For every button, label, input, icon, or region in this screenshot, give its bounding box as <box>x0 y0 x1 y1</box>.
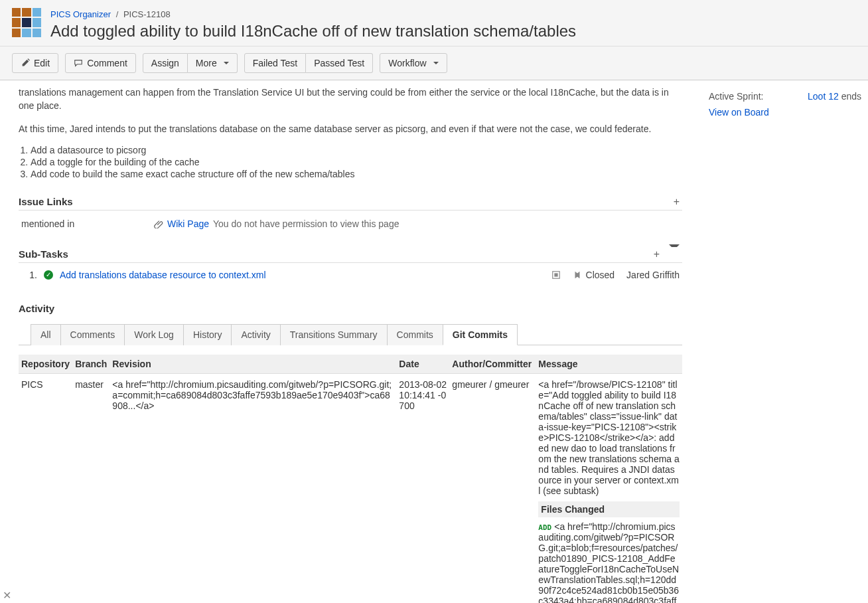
sprint-ends: ends <box>841 91 861 102</box>
close-icon[interactable]: ✕ <box>3 589 11 602</box>
col-date: Date <box>396 355 449 374</box>
col-message: Message <box>536 355 682 374</box>
subtask-assignee: Jared Griffith <box>626 270 680 280</box>
subtasks-header: Sub-Tasks <box>19 248 651 260</box>
view-on-board-link[interactable]: View on Board <box>709 107 769 118</box>
subtasks-module: Sub-Tasks + 1. ✓ Add translations databa… <box>19 248 682 287</box>
tab-activity[interactable]: Activity <box>231 324 280 345</box>
link-type: mentioned in <box>21 218 154 229</box>
description-list-item: Add code to build the same exact cache s… <box>31 169 682 179</box>
tab-commits[interactable]: Commits <box>387 324 443 345</box>
assign-button[interactable]: Assign <box>143 53 188 73</box>
workflow-button[interactable]: Workflow <box>380 53 447 73</box>
subtask-menu-icon[interactable] <box>666 248 682 261</box>
svg-rect-1 <box>554 273 557 276</box>
cell-author: gmeurer / gmeurer <box>449 373 536 603</box>
subtask-type-icon <box>551 270 561 280</box>
comment-button[interactable]: Comment <box>65 53 136 73</box>
description: translations management can happen from … <box>19 86 682 179</box>
commit-message: <a href="/browse/PICS-12108" title="Add … <box>538 379 680 496</box>
attachment-icon <box>154 219 163 228</box>
description-para: translations management can happen from … <box>19 86 682 113</box>
wiki-page-link[interactable]: Wiki Page <box>167 218 209 229</box>
priority-icon <box>573 270 582 280</box>
col-branch: Branch <box>72 355 109 374</box>
chevron-down-icon <box>224 62 229 64</box>
comment-label: Comment <box>87 58 127 68</box>
pencil-icon <box>21 58 30 68</box>
tab-transitions[interactable]: Transitions Summary <box>280 324 388 345</box>
sidebar: Active Sprint: Loot 12 ends View on Boar… <box>702 80 868 603</box>
col-author: Author/Committer <box>449 355 536 374</box>
cell-repo: PICS <box>19 373 72 603</box>
subtask-status: Closed <box>586 270 615 280</box>
commit-row: PICS master <a href="http://chromium.pic… <box>19 373 682 603</box>
git-commits-table: Repository Branch Revision Date Author/C… <box>19 355 682 603</box>
activity-header: Activity <box>19 303 682 314</box>
edit-button[interactable]: Edit <box>12 53 58 73</box>
tab-comments[interactable]: Comments <box>60 324 125 345</box>
issue-links-header: Issue Links <box>19 196 671 207</box>
breadcrumb: PICS Organizer / PICS-12108 <box>50 8 576 19</box>
issue-header: PICS Organizer / PICS-12108 Add toggled … <box>0 0 868 46</box>
failed-test-button[interactable]: Failed Test <box>244 53 306 73</box>
issue-link-row: mentioned in Wiki Page You do not have p… <box>19 211 682 232</box>
activity-tabs: All Comments Work Log History Activity T… <box>19 323 682 345</box>
comment-icon <box>74 58 83 68</box>
subtask-link[interactable]: Add translations database resource to co… <box>60 270 545 280</box>
cell-revision: <a href="http://chromium.picsauditing.co… <box>109 373 396 603</box>
edit-label: Edit <box>34 58 50 68</box>
tab-all[interactable]: All <box>31 324 61 345</box>
chevron-down-icon <box>433 62 439 64</box>
col-revision: Revision <box>109 355 396 374</box>
page-title: Add toggled ability to build I18nCache o… <box>50 22 576 41</box>
col-repository: Repository <box>19 355 72 374</box>
sprint-link[interactable]: Loot 12 <box>808 91 839 102</box>
issue-key: PICS-12108 <box>123 9 171 19</box>
add-tag: ADD <box>538 523 551 532</box>
add-subtask-icon[interactable]: + <box>651 248 662 261</box>
activity-module: Activity All Comments Work Log History A… <box>19 303 682 603</box>
tab-worklog[interactable]: Work Log <box>124 324 184 345</box>
more-button[interactable]: More <box>188 53 238 73</box>
toolbar: Edit Comment Assign More Failed Test Pas… <box>0 46 868 80</box>
active-sprint-label: Active Sprint: <box>709 91 763 102</box>
status-check-icon: ✓ <box>44 270 53 280</box>
cell-date: 2013-08-02 10:14:41 -0700 <box>396 373 449 603</box>
subtask-num: 1. <box>21 270 37 280</box>
description-para: At this time, Jared intends to put the t… <box>19 122 682 135</box>
issue-links-module: Issue Links + mentioned in Wiki Page You… <box>19 195 682 232</box>
files-changed-header: Files Changed <box>538 501 680 517</box>
file-path: <a href="http://chromium.picsauditing.co… <box>538 521 679 603</box>
description-list-item: Add a datasource to picsorg <box>31 145 682 155</box>
description-list-item: Add a toggle for the building of the cac… <box>31 157 682 167</box>
add-link-icon[interactable]: + <box>671 195 682 209</box>
passed-test-button[interactable]: Passed Test <box>306 53 373 73</box>
subtask-row: 1. ✓ Add translations database resource … <box>19 263 682 287</box>
cell-branch: master <box>72 373 109 603</box>
tab-git-commits[interactable]: Git Commits <box>443 324 518 345</box>
permission-note: You do not have permission to view this … <box>213 218 399 229</box>
project-link[interactable]: PICS Organizer <box>50 9 111 19</box>
project-avatar <box>12 8 41 37</box>
tab-history[interactable]: History <box>183 324 232 345</box>
cell-message: <a href="/browse/PICS-12108" title="Add … <box>536 373 682 603</box>
